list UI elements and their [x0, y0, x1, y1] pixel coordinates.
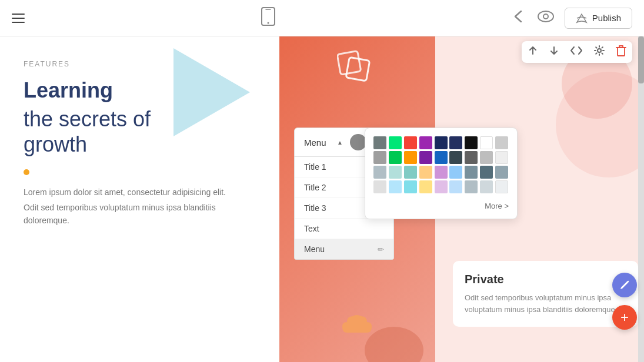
color-cell[interactable] — [449, 136, 462, 149]
dropdown-item-text[interactable]: Text — [295, 219, 393, 239]
color-cell[interactable] — [449, 151, 462, 164]
color-cell[interactable] — [449, 166, 462, 179]
color-cell[interactable] — [389, 136, 402, 149]
orange-dot-decoration — [24, 169, 29, 175]
svg-rect-6 — [346, 57, 370, 81]
private-title: Private — [465, 273, 626, 286]
header-center — [261, 7, 276, 29]
color-cell[interactable] — [419, 136, 432, 149]
phone-icon — [261, 7, 276, 29]
color-cell[interactable] — [480, 166, 493, 179]
play-icon-area — [337, 48, 378, 92]
color-cell[interactable] — [495, 151, 508, 164]
fab-add-button[interactable]: + — [612, 305, 637, 330]
play-icon — [337, 48, 378, 89]
color-cell[interactable] — [465, 136, 478, 149]
dropdown-arrow-icon: ▲ — [337, 139, 343, 146]
hamburger-menu-icon[interactable] — [12, 14, 25, 23]
color-cell[interactable] — [389, 151, 402, 164]
settings-icon[interactable] — [593, 45, 605, 59]
color-cell[interactable] — [480, 151, 493, 164]
move-up-icon[interactable] — [528, 45, 538, 59]
edit-pencil-icon: ✏ — [378, 245, 384, 254]
dropdown-label: Menu — [304, 138, 330, 148]
color-cell[interactable] — [389, 166, 402, 179]
left-panel: FEATURES Learning the secrets of growth … — [0, 36, 279, 362]
svg-point-1 — [267, 22, 269, 24]
header: Publish — [0, 0, 644, 36]
private-text: Odit sed temporibus voluptatum minus ips… — [465, 292, 626, 315]
color-cell[interactable] — [435, 136, 448, 149]
color-cell[interactable] — [465, 166, 478, 179]
scrollbar[interactable] — [638, 36, 644, 362]
publish-label: Publish — [592, 13, 621, 23]
svg-point-3 — [538, 11, 553, 22]
triangle-decoration — [173, 48, 250, 136]
fab-add-icon: + — [620, 310, 629, 324]
color-cell[interactable] — [435, 166, 448, 179]
color-grid — [373, 136, 509, 193]
color-cell[interactable] — [404, 180, 417, 193]
back-icon[interactable] — [512, 10, 527, 26]
header-right: Publish — [512, 8, 632, 29]
color-cell[interactable] — [449, 180, 462, 193]
color-cell[interactable] — [495, 166, 508, 179]
code-icon[interactable] — [570, 46, 583, 58]
eye-icon[interactable] — [538, 11, 554, 26]
color-cell[interactable] — [404, 151, 417, 164]
color-cell[interactable] — [419, 166, 432, 179]
color-cell[interactable] — [389, 180, 402, 193]
color-cell[interactable] — [373, 180, 386, 193]
color-cell[interactable] — [465, 180, 478, 193]
scrollbar-thumb[interactable] — [638, 36, 644, 83]
color-cell[interactable] — [480, 136, 493, 149]
color-cell[interactable] — [435, 180, 448, 193]
color-cell[interactable] — [480, 180, 493, 193]
color-cell[interactable] — [404, 136, 417, 149]
move-down-icon[interactable] — [549, 45, 559, 59]
publish-button[interactable]: Publish — [565, 8, 632, 29]
svg-point-4 — [543, 14, 548, 19]
delete-icon[interactable] — [616, 45, 626, 59]
color-cell[interactable] — [495, 136, 508, 149]
svg-point-7 — [598, 49, 601, 52]
private-card: Private Odit sed temporibus voluptatum m… — [453, 261, 638, 327]
more-colors-link[interactable]: More > — [373, 199, 509, 210]
color-cell[interactable] — [495, 180, 508, 193]
color-picker: More > — [365, 128, 518, 219]
fab-edit-button[interactable] — [612, 273, 637, 297]
dropdown-item-menu[interactable]: Menu ✏ — [295, 239, 393, 259]
canvas-area: FEATURES Learning the secrets of growth … — [0, 36, 644, 362]
header-left — [12, 14, 25, 23]
floating-toolbar — [522, 41, 632, 63]
color-cell[interactable] — [465, 151, 478, 164]
circle-color-icon[interactable] — [350, 134, 366, 150]
color-cell[interactable] — [419, 151, 432, 164]
body-text-2: Odit sed temporibus voluptatum minus ips… — [24, 201, 256, 227]
color-cell[interactable] — [373, 151, 386, 164]
color-cell[interactable] — [435, 151, 448, 164]
color-cell[interactable] — [404, 166, 417, 179]
body-text-1: Lorem ipsum dolor sit amet, consectetur … — [24, 186, 256, 199]
color-cell[interactable] — [419, 180, 432, 193]
color-cell[interactable] — [373, 166, 386, 179]
cloud-icon — [340, 310, 375, 338]
color-cell[interactable] — [373, 136, 386, 149]
